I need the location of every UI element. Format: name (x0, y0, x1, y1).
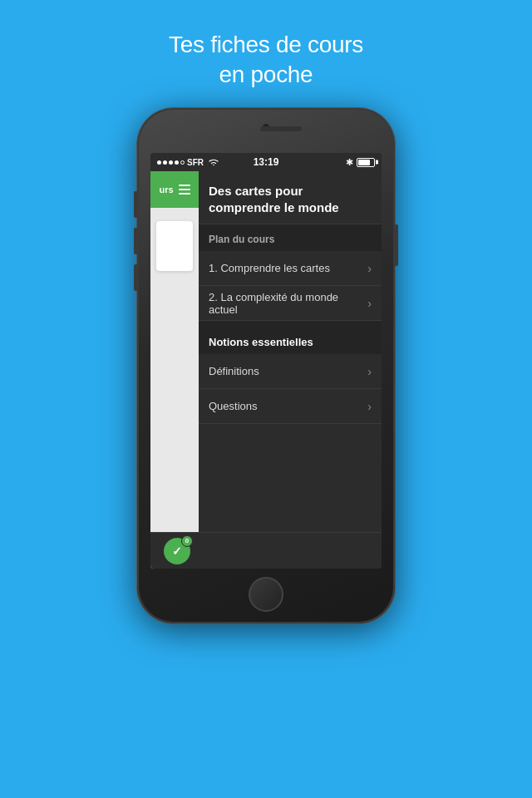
chevron-icon-1: › (367, 262, 372, 275)
hamburger-line-2 (179, 189, 190, 190)
sidebar-card (156, 221, 193, 271)
bottom-toolbar: ✓ 0 (199, 532, 382, 569)
status-left: SFR (157, 158, 219, 167)
signal-icon (157, 160, 185, 165)
main-content: Des cartes pour comprendre le monde Plan… (199, 171, 382, 569)
sidebar-cours-label: urs (159, 185, 173, 195)
bluetooth-icon: ✱ (346, 157, 353, 168)
signal-dot-5 (180, 160, 185, 165)
sidebar-header: urs (150, 171, 199, 208)
signal-dot-1 (157, 160, 161, 165)
notions-header: Notions essentielles (199, 328, 382, 354)
plan-section-header: Plan du cours (199, 224, 382, 251)
sidebar: urs (150, 171, 199, 569)
chevron-icon-2: › (367, 297, 372, 310)
status-time: 13:19 (254, 156, 279, 168)
menu-item-definitions[interactable]: Définitions › (199, 354, 382, 389)
page-tagline: Tes fiches de cours en poche (0, 0, 532, 91)
phone-shell: SFR 13:19 ✱ (137, 108, 395, 623)
course-title: Des cartes pour comprendre le monde (209, 183, 372, 215)
signal-dot-4 (175, 160, 179, 165)
speaker-icon (260, 126, 302, 131)
menu-item-2-text: 2. La complexité du monde actuel (209, 291, 367, 316)
menu-item-questions[interactable]: Questions › (199, 389, 382, 424)
battery-icon (357, 158, 375, 167)
chevron-icon-4: › (367, 400, 372, 413)
section-divider (199, 321, 382, 328)
wifi-icon (208, 158, 219, 166)
course-header: Des cartes pour comprendre le monde (199, 171, 382, 224)
status-bar: SFR 13:19 ✱ (150, 153, 382, 171)
definitions-text: Définitions (209, 365, 259, 377)
menu-item-comprendre[interactable]: 1. Comprendre les cartes › (199, 251, 382, 286)
tagline-line1: Tes fiches de cours (169, 32, 363, 57)
phone-mockup: SFR 13:19 ✱ (137, 108, 395, 623)
hamburger-line-1 (179, 185, 190, 186)
battery-fill (358, 160, 370, 165)
plan-label: Plan du cours (209, 234, 274, 245)
questions-text: Questions (209, 400, 258, 412)
phone-screen: SFR 13:19 ✱ (150, 153, 382, 569)
carrier-label: SFR (187, 158, 204, 167)
tagline-line2: en poche (219, 62, 313, 87)
signal-dot-3 (169, 160, 173, 165)
hamburger-icon[interactable] (179, 185, 190, 195)
home-button[interactable] (249, 577, 283, 612)
menu-item-1-text: 1. Comprendre les cartes (209, 262, 330, 274)
status-right: ✱ (346, 157, 375, 168)
menu-item-complexite[interactable]: 2. La complexité du monde actuel › (199, 286, 382, 321)
notions-label: Notions essentielles (209, 336, 313, 348)
signal-dot-2 (163, 160, 167, 165)
chevron-icon-3: › (367, 365, 372, 378)
hamburger-line-3 (179, 193, 190, 195)
